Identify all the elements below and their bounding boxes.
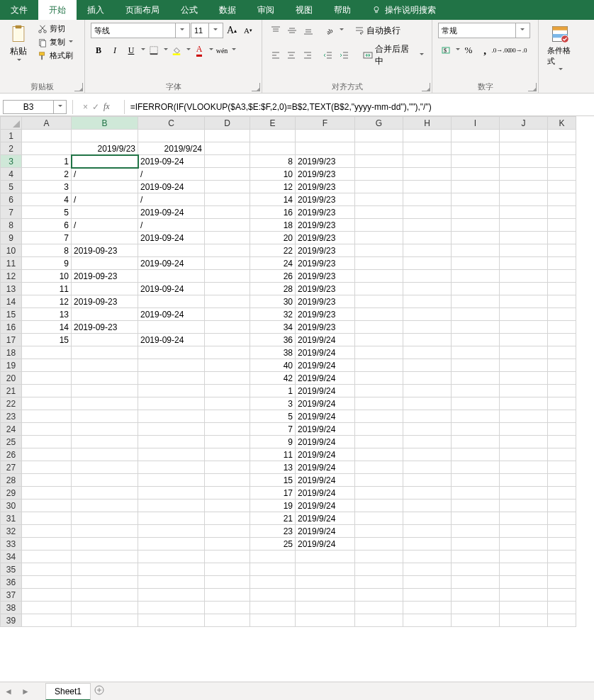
align-left-button[interactable] [268, 47, 284, 63]
cell-B10[interactable]: 2019-09-23 [72, 244, 138, 257]
cell-J38[interactable] [500, 602, 548, 614]
cell-G23[interactable] [355, 410, 403, 423]
cell-A31[interactable] [22, 512, 72, 525]
cell-H28[interactable] [403, 474, 452, 487]
cell-I20[interactable] [452, 372, 500, 385]
chevron-down-icon[interactable] [209, 48, 213, 52]
cell-H3[interactable] [403, 155, 452, 168]
cell-B2[interactable]: 2019/9/23 [72, 142, 138, 155]
cell-A16[interactable]: 14 [22, 321, 72, 334]
cell-D10[interactable] [205, 244, 250, 257]
cell-C8[interactable]: / [138, 219, 205, 232]
cell-D24[interactable] [205, 423, 250, 436]
cell-G28[interactable] [355, 474, 403, 487]
cell-J18[interactable] [500, 346, 548, 359]
cell-D37[interactable] [205, 589, 250, 602]
cell-H31[interactable] [403, 512, 452, 525]
cell-J34[interactable] [500, 551, 548, 563]
cell-I27[interactable] [452, 461, 500, 474]
cell-I26[interactable] [452, 448, 500, 461]
cell-H21[interactable] [403, 385, 452, 397]
cell-G15[interactable] [355, 308, 403, 321]
number-format-input[interactable] [439, 26, 515, 35]
row-header-17[interactable]: 17 [1, 334, 22, 346]
cell-D20[interactable] [205, 372, 250, 385]
cell-D5[interactable] [205, 181, 250, 193]
cell-I8[interactable] [452, 219, 500, 232]
cut-button[interactable]: 剪切 [35, 23, 75, 35]
cell-H6[interactable] [403, 193, 452, 206]
cell-G5[interactable] [355, 181, 403, 193]
cell-I32[interactable] [452, 525, 500, 538]
cell-I14[interactable] [452, 295, 500, 308]
cell-D15[interactable] [205, 308, 250, 321]
cell-G10[interactable] [355, 244, 403, 257]
cell-J9[interactable] [500, 232, 548, 244]
cell-D31[interactable] [205, 512, 250, 525]
cell-A13[interactable]: 11 [22, 283, 72, 295]
chevron-down-icon[interactable] [186, 48, 191, 52]
cell-D35[interactable] [205, 563, 250, 576]
cell-I1[interactable] [452, 130, 500, 142]
cell-C28[interactable] [138, 474, 205, 487]
cell-E38[interactable] [250, 602, 296, 614]
merge-center-button[interactable]: 合并后居中 [361, 43, 426, 68]
cell-A30[interactable] [22, 499, 72, 512]
row-header-11[interactable]: 11 [1, 257, 22, 270]
cell-F20[interactable]: 2019/9/24 [296, 372, 355, 385]
cell-J17[interactable] [500, 334, 548, 346]
cell-E21[interactable]: 1 [250, 385, 296, 397]
cell-E26[interactable]: 11 [250, 448, 296, 461]
select-all-corner[interactable] [1, 117, 22, 130]
menu-insert[interactable]: 插入 [77, 0, 115, 20]
row-header-29[interactable]: 29 [1, 487, 22, 499]
menu-file[interactable]: 文件 [0, 0, 38, 20]
cell-E22[interactable]: 3 [250, 397, 296, 410]
cell-B30[interactable] [72, 499, 138, 512]
row-header-38[interactable]: 38 [1, 602, 22, 614]
cell-K12[interactable] [548, 270, 576, 283]
cell-C17[interactable]: 2019-09-24 [138, 334, 205, 346]
cell-G27[interactable] [355, 461, 403, 474]
comma-button[interactable]: , [477, 43, 493, 58]
chevron-down-icon[interactable] [456, 48, 460, 52]
cell-C32[interactable] [138, 525, 205, 538]
align-center-button[interactable] [284, 47, 300, 63]
dialog-launcher-icon[interactable] [422, 83, 430, 91]
cell-A15[interactable]: 13 [22, 308, 72, 321]
cell-E29[interactable]: 17 [250, 487, 296, 499]
cell-D21[interactable] [205, 385, 250, 397]
cell-E5[interactable]: 12 [250, 181, 296, 193]
cell-H2[interactable] [403, 142, 452, 155]
cell-B12[interactable]: 2019-09-23 [72, 270, 138, 283]
decrease-decimal-button[interactable]: .00→.0 [510, 43, 525, 58]
cell-D39[interactable] [205, 614, 250, 627]
spreadsheet[interactable]: ABCDEFGHIJK122019/9/232019/9/24312019-09… [0, 116, 594, 627]
align-right-button[interactable] [300, 47, 315, 63]
cell-D8[interactable] [205, 219, 250, 232]
cell-K23[interactable] [548, 410, 576, 423]
cell-K18[interactable] [548, 346, 576, 359]
cell-C39[interactable] [138, 614, 205, 627]
cell-I30[interactable] [452, 499, 500, 512]
cell-G17[interactable] [355, 334, 403, 346]
cell-F14[interactable]: 2019/9/23 [296, 295, 355, 308]
cell-D16[interactable] [205, 321, 250, 334]
cell-E34[interactable] [250, 551, 296, 563]
cell-I39[interactable] [452, 614, 500, 627]
cell-J8[interactable] [500, 219, 548, 232]
cell-C22[interactable] [138, 397, 205, 410]
cell-C3[interactable]: 2019-09-24 [138, 155, 205, 168]
cell-A23[interactable] [22, 410, 72, 423]
cell-D4[interactable] [205, 168, 250, 181]
cell-F16[interactable]: 2019/9/23 [296, 321, 355, 334]
cell-G38[interactable] [355, 602, 403, 614]
chevron-down-icon[interactable] [340, 28, 344, 33]
cell-K34[interactable] [548, 551, 576, 563]
cell-K8[interactable] [548, 219, 576, 232]
cell-E7[interactable]: 16 [250, 206, 296, 219]
cell-D38[interactable] [205, 602, 250, 614]
row-header-13[interactable]: 13 [1, 283, 22, 295]
cell-C13[interactable]: 2019-09-24 [138, 283, 205, 295]
cell-B8[interactable]: / [72, 219, 138, 232]
